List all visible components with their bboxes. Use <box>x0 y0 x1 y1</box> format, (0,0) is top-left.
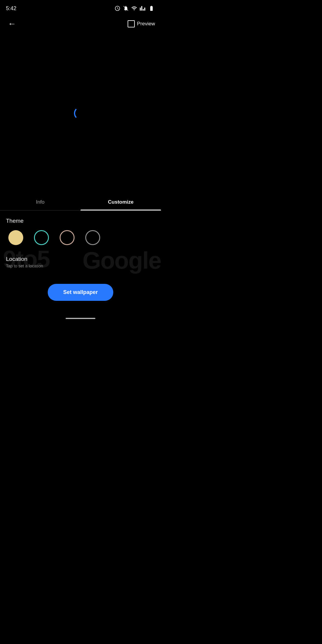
color-yellow[interactable] <box>8 230 23 245</box>
top-bar: ← Preview <box>0 15 161 33</box>
wifi-icon <box>131 5 137 11</box>
loading-spinner <box>74 107 87 120</box>
back-button[interactable]: ← <box>6 17 18 30</box>
location-label: Location <box>6 256 155 262</box>
location-section[interactable]: Location Tap to set a location <box>6 255 155 274</box>
color-teal[interactable] <box>34 230 49 245</box>
color-circles <box>6 230 155 245</box>
bottom-panel: Info Customize Theme Location Tap to set <box>0 194 161 322</box>
battery-icon <box>148 5 155 11</box>
preview-button[interactable]: Preview <box>128 20 155 27</box>
status-bar: 5:42 <box>0 0 161 15</box>
tab-customize[interactable]: Customize <box>80 194 161 210</box>
alarm-icon <box>114 5 120 11</box>
home-indicator <box>66 318 95 319</box>
tabs: Info Customize <box>0 194 161 210</box>
customize-content: Theme Location Tap to set a location <box>0 210 161 281</box>
color-peach[interactable] <box>60 230 75 245</box>
theme-label: Theme <box>6 218 155 224</box>
color-gray[interactable] <box>85 230 100 245</box>
wallpaper-preview <box>0 33 161 194</box>
set-wallpaper-button[interactable]: Set wallpaper <box>48 284 113 301</box>
signal-icon <box>140 5 145 11</box>
preview-label: Preview <box>137 21 155 27</box>
status-time: 5:42 <box>6 5 16 12</box>
tab-info[interactable]: Info <box>0 194 80 210</box>
mute-icon <box>123 5 129 11</box>
status-icons <box>114 5 155 11</box>
preview-icon <box>128 20 135 27</box>
location-subtitle: Tap to set a location <box>6 264 155 268</box>
